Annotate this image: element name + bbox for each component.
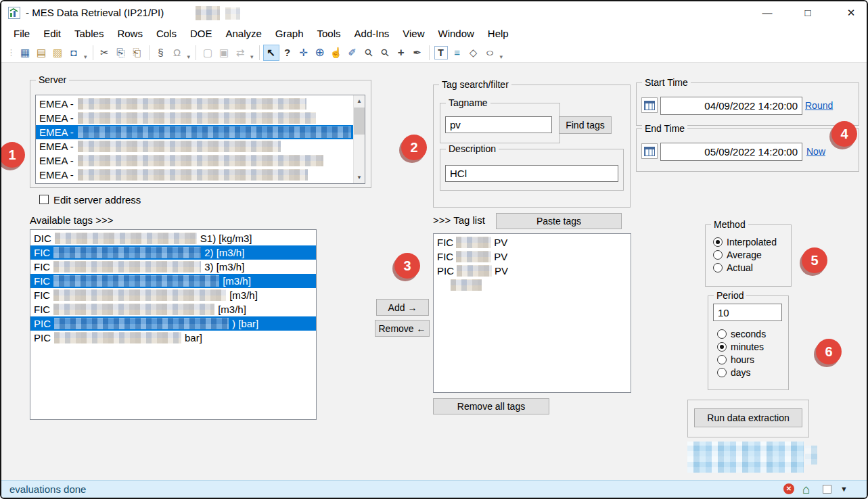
server-list-scrollbar[interactable]: ▲ ▼ [353,95,365,183]
available-tag-item-selected[interactable]: PIC ) [bar] [30,316,316,331]
app-window: - MES Data Retrieval (IP21/PI) — □ ✕ Fil… [0,0,868,499]
menu-analyze[interactable]: Analyze [219,26,268,41]
lines-tool-icon[interactable]: ≡ [449,45,465,61]
start-time-input[interactable] [660,97,802,115]
tag-prefix: FIC [34,245,50,260]
server-list-item[interactable]: EMEA - [36,111,365,125]
scroll-up-icon[interactable]: ▲ [354,95,365,107]
radio-days[interactable]: days [717,366,751,379]
radio-actual[interactable]: Actual [713,262,753,274]
scroll-thumb[interactable] [354,108,365,135]
arrow-tool-icon[interactable]: ↖ [263,45,279,61]
available-tag-item[interactable]: PIC bar] [30,331,316,345]
menu-tables[interactable]: Tables [68,26,110,41]
menu-doe[interactable]: DOE [183,26,219,41]
home-icon[interactable]: ⌂ [802,481,810,498]
available-tag-item-selected[interactable]: FIC [m3/h] [30,274,316,288]
minimize-button[interactable]: — [754,1,781,24]
menu-view[interactable]: View [396,26,431,41]
toolbar-dropdown-icon[interactable]: ▾ [84,53,87,62]
window-next-icon[interactable]: ▣ [216,45,232,61]
redacted-text [78,169,308,181]
server-listbox[interactable]: EMEA - EMEA - EMEA - EMEA - EMEA - EMEA … [35,95,365,184]
cut-icon[interactable]: ✂ [97,45,113,61]
server-list-item[interactable]: EMEA - [36,168,365,182]
menu-tools[interactable]: Tools [311,26,348,41]
menu-graph[interactable]: Graph [269,26,311,41]
save-icon[interactable]: ◘ [66,45,82,61]
text-tool-icon[interactable]: T [434,46,448,60]
remove-all-tags-button[interactable]: Remove all tags [433,398,549,414]
lock-icon[interactable]: Ω [169,45,185,61]
remove-tags-button[interactable]: Remove ← [375,320,430,337]
copy-icon[interactable]: ⎘ [113,45,129,61]
available-tag-item[interactable]: FIC [m3/h] [30,302,316,316]
menu-file[interactable]: File [7,26,37,41]
menu-cols[interactable]: Cols [150,26,183,41]
radio-label: days [731,367,751,378]
tag-list-item[interactable]: FIC PV [434,249,631,264]
new-data-table-icon[interactable]: ▦ [17,45,33,61]
start-date-picker-icon[interactable] [641,97,658,113]
toolbar-dropdown-icon[interactable]: ▾ [187,53,191,62]
maximize-button[interactable]: □ [794,1,821,24]
edit-server-address-checkbox[interactable]: Edit server address [39,193,141,206]
status-text: evaluations done [9,481,86,498]
window-link-icon[interactable]: ⇄ [232,45,248,61]
end-date-picker-icon[interactable] [641,143,658,159]
description-input[interactable] [445,165,618,182]
radio-hours[interactable]: hours [717,354,754,366]
run-data-extraction-button[interactable]: Run data extraction [694,408,802,427]
radio-seconds[interactable]: seconds [717,328,766,340]
close-button[interactable]: ✕ [838,1,865,24]
find-tags-button[interactable]: Find tags [559,116,612,134]
help-tool-icon[interactable]: ? [279,45,296,61]
add-tags-button[interactable]: Add → [376,299,429,316]
available-tag-item[interactable]: FIC [m3/h] [30,288,316,302]
pen-tool-icon[interactable]: ✒ [409,45,426,61]
tag-list-item[interactable]: PIC PV [434,264,631,278]
app-icon[interactable] [8,7,20,19]
tag-prefix: FIC [34,288,50,302]
tag-list-item[interactable]: FIC PV [434,235,631,249]
script-icon[interactable]: § [153,45,169,61]
server-list-item[interactable]: EMEA - [36,97,365,111]
open-file-icon[interactable]: ▨ [49,45,66,61]
dropdown-arrow-icon[interactable]: ▼ [840,481,848,498]
tagname-input[interactable] [445,116,552,133]
server-list-item-selected[interactable]: EMEA - [36,125,365,139]
server-list-item[interactable]: EMEA - [36,153,365,168]
window-prev-icon[interactable]: ▢ [200,45,216,61]
available-tag-item-selected[interactable]: FIC 2) [m3/h] [30,245,316,260]
toolbar-dropdown-icon[interactable]: ▾ [250,53,254,62]
menu-rows[interactable]: Rows [110,26,150,41]
calendar-icon [644,147,655,156]
hand-tool-icon[interactable]: ☝ [328,45,344,61]
toolbar-separator [149,45,150,60]
oval-tool-icon[interactable]: ○ [478,45,501,61]
globe-tool-icon[interactable]: ⊕ [312,45,328,61]
new-journal-icon[interactable]: ▤ [33,45,49,61]
radio-interpolated[interactable]: Interpolated [713,236,777,248]
paste-tags-button[interactable]: Paste tags [496,213,622,229]
server-list-item[interactable]: EMEA - [36,139,365,153]
paste-icon[interactable]: ⎗ [129,45,145,61]
radio-minutes[interactable]: minutes [717,341,764,353]
error-icon[interactable] [783,483,794,494]
end-time-input[interactable] [660,143,802,161]
available-tags-listbox[interactable]: DIC S1) [kg/m3] FIC 2) [m3/h] FIC 3) [m3… [30,229,317,420]
available-tag-item[interactable]: FIC 3) [m3/h] [30,260,316,274]
menu-addins[interactable]: Add-Ins [348,26,396,41]
move-tool-icon[interactable]: ✛ [296,45,312,61]
menu-help[interactable]: Help [481,26,516,41]
round-link[interactable]: Round [805,100,833,111]
tag-listbox[interactable]: FIC PV FIC PV PIC PV [433,233,631,393]
available-tag-item[interactable]: DIC S1) [kg/m3] [30,231,316,245]
period-input[interactable] [713,304,782,321]
scroll-down-icon[interactable]: ▼ [354,172,365,183]
redacted-text [78,98,306,110]
menu-edit[interactable]: Edit [37,26,68,41]
radio-average[interactable]: Average [713,249,762,261]
now-link[interactable]: Now [806,146,825,157]
menu-window[interactable]: Window [432,26,481,41]
